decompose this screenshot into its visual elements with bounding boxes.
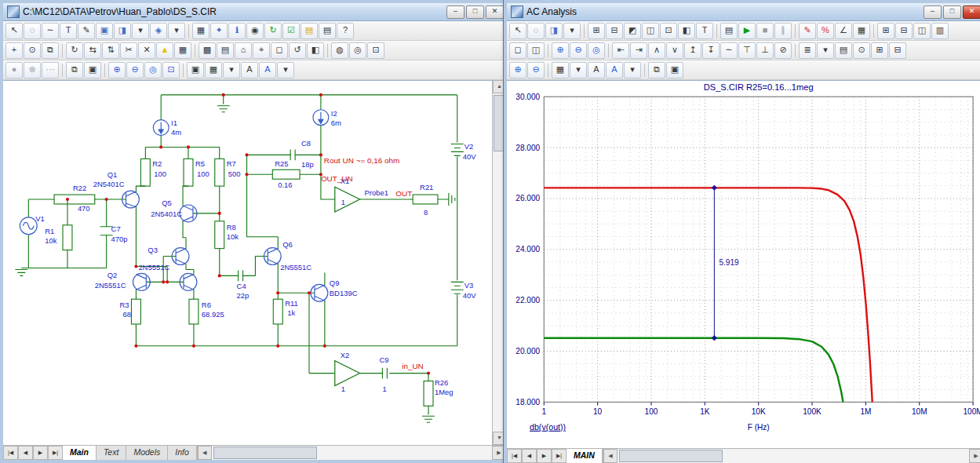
cut-tool-icon[interactable]: ✂ — [120, 42, 137, 59]
next-page-icon[interactable]: ▶ — [33, 446, 48, 460]
next-plot-icon[interactable]: ▶ — [537, 449, 552, 463]
ac-analysis-plot[interactable]: 18.00020.00022.00024.00026.00028.00030.0… — [507, 81, 980, 448]
go-to-inflection-icon[interactable]: ∼ — [720, 42, 738, 59]
layout-overlay-icon[interactable]: ▥ — [931, 23, 949, 39]
text-mode-icon[interactable]: T — [60, 23, 77, 39]
stop-simulation-icon[interactable]: ■ — [756, 23, 774, 39]
point-probe-icon[interactable]: ◉ — [246, 23, 264, 39]
nav-history-icon[interactable]: ⋯ — [42, 62, 59, 78]
zoom-out-lens-icon[interactable]: ⊖ — [570, 42, 587, 59]
analysis-horizontal-scrollbar[interactable]: ◀ ▶ — [603, 449, 980, 463]
go-to-peak-icon[interactable]: ∧ — [648, 42, 665, 59]
refresh-models-icon[interactable]: ↻ — [264, 23, 282, 39]
select-tool-icon[interactable]: ↖ — [5, 23, 23, 39]
mirror-horizontal-icon[interactable]: ⇆ — [84, 42, 101, 59]
pause-simulation-icon[interactable]: ∥ — [774, 23, 792, 39]
minimize-button[interactable]: – — [924, 5, 942, 19]
y-expression-label[interactable]: db(v(out)) — [530, 422, 566, 432]
info-mode-icon[interactable]: ℹ — [228, 23, 246, 39]
title-block-icon[interactable]: ▤ — [217, 42, 234, 59]
zoom-window-icon[interactable]: ◎ — [144, 62, 162, 78]
cursor-right-edge-icon[interactable]: ⇥ — [630, 42, 647, 59]
prev-page-icon[interactable]: ◀ — [18, 446, 33, 460]
grid-dropdown-icon[interactable]: ▾ — [570, 62, 587, 78]
picture-mode-icon[interactable]: ▣ — [96, 23, 113, 39]
find-next-icon[interactable]: ◎ — [349, 42, 366, 59]
zoom-in-icon[interactable]: ⊕ — [108, 62, 126, 78]
pan-tool-icon[interactable]: ◌ — [24, 23, 41, 39]
maximize-button[interactable]: □ — [466, 5, 484, 19]
data-points-icon[interactable]: ✎ — [799, 23, 816, 39]
minimize-button[interactable]: – — [446, 5, 464, 19]
expand-plot-icon[interactable]: ⊞ — [871, 42, 888, 59]
schematic-horizontal-scrollbar[interactable]: ◀ ▶ — [197, 446, 506, 460]
duplicate-page-icon[interactable]: ▣ — [84, 62, 101, 78]
performance-tag-mode-icon[interactable]: ◧ — [678, 23, 695, 39]
buffer-dropdown-icon[interactable]: ▾ — [817, 42, 834, 59]
tokens-icon[interactable]: % — [817, 23, 834, 39]
tab-main-plot[interactable]: MAIN — [567, 449, 603, 463]
window-arrange-icon[interactable]: ◻ — [509, 42, 526, 59]
zoom-fit-icon[interactable]: ⊡ — [162, 62, 180, 78]
region-enable-icon[interactable]: ▤ — [301, 23, 318, 39]
grid-panels-icon[interactable]: ▦ — [853, 23, 870, 39]
ac-analysis-titlebar[interactable]: AC Analysis – □ ✕ — [507, 3, 980, 21]
scroll-left-button[interactable]: ◀ — [198, 446, 212, 460]
schematic-titlebar[interactable]: C:\MC12\DATA\Petrov\Huan_Pablo\DS_S.CIR … — [3, 3, 506, 21]
go-to-low-icon[interactable]: ↧ — [702, 42, 720, 59]
page-scroll-icon[interactable]: ⊡ — [367, 42, 384, 59]
layout-vertical-icon[interactable]: ◫ — [913, 23, 931, 39]
nav-back-icon[interactable]: ● — [5, 62, 23, 78]
horizontal-scroll-thumb[interactable] — [213, 447, 317, 459]
mirror-vertical-icon[interactable]: ⇅ — [102, 42, 119, 59]
window-split-icon[interactable]: ◫ — [527, 42, 545, 59]
text-mode-icon[interactable]: T — [696, 23, 713, 39]
text-page-icon[interactable]: ▤ — [319, 23, 336, 39]
go-to-high-icon[interactable]: ↥ — [684, 42, 701, 59]
horizontal-scroll-track[interactable] — [212, 446, 492, 460]
image-export-icon[interactable]: ▣ — [187, 62, 204, 78]
layout-single-icon[interactable]: ⊞ — [877, 23, 894, 39]
scroll-left-button[interactable]: ◀ — [603, 449, 618, 463]
run-simulation-icon[interactable]: ▶ — [738, 23, 756, 39]
rotate-ccw-icon[interactable]: ↺ — [289, 42, 306, 59]
first-page-icon[interactable]: |◀ — [3, 446, 18, 460]
font-tool-icon[interactable]: A — [588, 62, 605, 78]
grid-toggle-icon[interactable]: ▦ — [174, 42, 191, 59]
numeric-output-icon[interactable]: ▤ — [835, 42, 852, 59]
layout-horizontal-icon[interactable]: ⊟ — [895, 23, 913, 39]
select-tool-icon[interactable]: ↖ — [509, 23, 526, 39]
prev-plot-icon[interactable]: ◀ — [522, 449, 537, 463]
flag-dropdown-icon[interactable]: ▾ — [168, 23, 185, 39]
grid-arrow-icon[interactable]: ▾ — [223, 62, 240, 78]
properties-icon[interactable]: ▤ — [720, 23, 738, 39]
rotate-tool-icon[interactable]: ↻ — [66, 42, 83, 59]
close-button[interactable]: ✕ — [486, 5, 504, 19]
show-pin-connections-icon[interactable]: + — [5, 42, 23, 59]
component-dropdown-icon[interactable]: ▾ — [132, 23, 149, 39]
copy-mode-icon[interactable]: ⧉ — [42, 42, 59, 59]
component-panel-icon[interactable]: ◨ — [114, 23, 131, 39]
nav-close-icon[interactable]: ⊗ — [24, 62, 41, 78]
first-plot-icon[interactable]: |◀ — [507, 449, 522, 463]
go-to-top-icon[interactable]: ⊤ — [738, 42, 756, 59]
zoom-in-lens-icon[interactable]: ⊕ — [552, 42, 569, 59]
zoom-out-icon[interactable]: ⊖ — [126, 62, 144, 78]
tab-main[interactable]: Main — [63, 446, 97, 460]
horizontal-scroll-track[interactable] — [618, 449, 969, 463]
page-home-icon[interactable]: ⌂ — [235, 42, 252, 59]
wire-mode-icon[interactable]: ∼ — [42, 23, 59, 39]
select-region-icon[interactable]: ◻ — [271, 42, 288, 59]
flip-tool-icon[interactable]: ◧ — [307, 42, 324, 59]
enable-check-icon[interactable]: ☑ — [282, 23, 300, 39]
color-dropdown-icon[interactable]: ▾ — [624, 62, 641, 78]
cursor-mode-icon[interactable]: ⊟ — [606, 23, 623, 39]
tab-text[interactable]: Text — [97, 446, 126, 460]
show-node-numbers-icon[interactable]: ⊙ — [24, 42, 41, 59]
rubberband-mode-icon[interactable]: ▲ — [156, 42, 173, 59]
component-dropdown-icon[interactable]: ▾ — [563, 23, 581, 39]
tab-models[interactable]: Models — [126, 446, 168, 460]
flag-mode-icon[interactable]: ◈ — [150, 23, 167, 39]
cursor-left-edge-icon[interactable]: ⇤ — [612, 42, 629, 59]
last-page-icon[interactable]: ▶| — [48, 446, 63, 460]
